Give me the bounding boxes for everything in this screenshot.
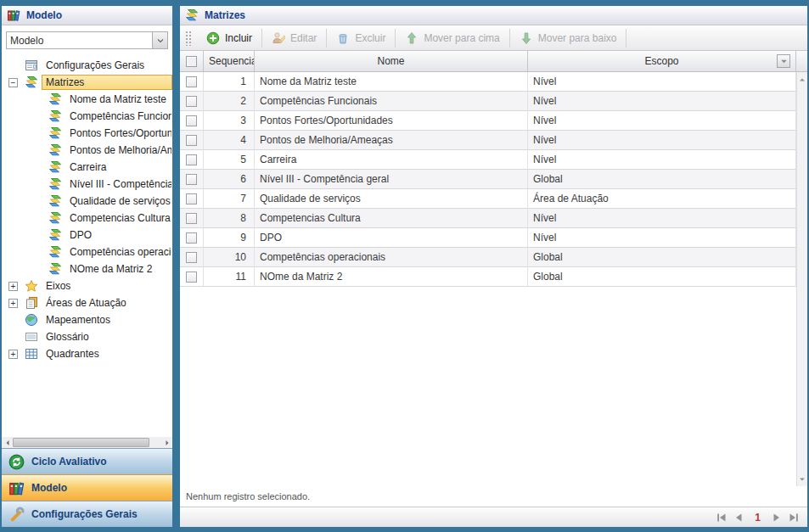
paging-toolbar: 1 [180, 507, 807, 527]
accordion-bar[interactable]: Ciclo Avaliativo [2, 448, 172, 474]
vertical-scrollbar[interactable] [796, 72, 807, 486]
toolbar-grip[interactable] [185, 31, 192, 46]
scroll-down-button[interactable] [797, 473, 807, 484]
table-row[interactable]: 8 Competencias Cultura Nível [180, 209, 796, 228]
expander-icon[interactable] [8, 299, 18, 308]
row-checkbox[interactable] [186, 252, 197, 263]
select-all-checkbox[interactable] [186, 56, 197, 67]
row-checkbox[interactable] [186, 115, 197, 126]
cell-escopo: Nível [528, 72, 796, 92]
toolbar-button[interactable]: Incluir [197, 29, 262, 48]
cycle-icon [8, 454, 25, 470]
tree-item[interactable]: Glossário [2, 328, 172, 345]
scroll-left-button[interactable] [2, 437, 13, 448]
scroll-up-button[interactable] [797, 74, 807, 85]
toolbar-button[interactable]: Excluir [327, 29, 396, 48]
layers-icon [25, 76, 38, 89]
column-header-nome[interactable]: Nome [255, 51, 528, 71]
cell-sequencia: 7 [204, 189, 255, 209]
row-checkbox-cell [180, 111, 204, 131]
cell-sequencia: 10 [204, 248, 255, 267]
chevron-down-icon [155, 36, 166, 46]
table-row[interactable]: 9 DPO Nível [180, 228, 796, 248]
triangle-left-icon [4, 440, 11, 446]
row-checkbox[interactable] [186, 232, 197, 244]
scrollbar-thumb[interactable] [13, 438, 149, 447]
toolbar-button[interactable]: Editar [262, 29, 327, 48]
row-checkbox[interactable] [186, 272, 197, 283]
model-select[interactable]: Modelo [6, 31, 168, 49]
column-header-escopo[interactable]: Escopo [528, 51, 796, 71]
triangle-up-icon [799, 76, 806, 83]
layers-icon [48, 194, 62, 208]
row-checkbox-cell [180, 131, 204, 150]
tree-item[interactable]: Mapeamentos [2, 311, 172, 328]
tree-item[interactable]: Carreira [2, 159, 172, 176]
row-checkbox[interactable] [186, 96, 197, 107]
table-row[interactable]: 4 Pontos de Melhoria/Ameaças Nível [180, 131, 796, 150]
tree-item[interactable]: Configurações Gerais [2, 57, 172, 74]
tree-item-label: Matrizes [42, 75, 172, 90]
scroll-right-button[interactable] [161, 437, 172, 448]
accordion-bar[interactable]: Configurações Gerais [2, 501, 172, 527]
table-row[interactable]: 10 Competências operacionais Global [180, 248, 796, 267]
page-number[interactable]: 1 [755, 512, 761, 524]
cell-escopo: Nível [528, 150, 796, 170]
expander-icon[interactable] [8, 282, 18, 291]
expander-icon[interactable] [8, 350, 18, 359]
tree-item[interactable]: DPO [2, 227, 172, 244]
sidebar-horizontal-scrollbar[interactable] [2, 437, 172, 448]
main-panel: Matrizes Incluir Editar Excluir Mover pa… [180, 6, 807, 527]
tree-item[interactable]: NOme da Matriz 2 [2, 260, 172, 277]
table-row[interactable]: 2 Competências Funcionais Nível [180, 92, 796, 111]
table-row[interactable]: 5 Carreira Nível [180, 150, 796, 170]
tree-item[interactable]: Eixos [2, 277, 172, 294]
cell-nome: Qualidade de serviços [255, 189, 528, 209]
row-checkbox-cell [180, 92, 204, 111]
status-bar: Nenhum registro selecionado. [180, 486, 807, 507]
row-checkbox-cell [180, 72, 204, 92]
table-row[interactable]: 1 Nome da Matriz teste Nível [180, 72, 796, 92]
row-checkbox[interactable] [186, 193, 197, 204]
toolbar-button[interactable]: Mover para cima [396, 29, 509, 48]
row-checkbox[interactable] [186, 76, 197, 87]
table-row[interactable]: 6 Nível III - Competência geral Global [180, 170, 796, 189]
tree-item[interactable]: Pontos Fortes/Oportunidades [2, 125, 172, 142]
row-checkbox[interactable] [186, 154, 197, 165]
row-checkbox[interactable] [186, 135, 197, 146]
cell-sequencia: 6 [204, 170, 255, 189]
pager-button[interactable] [770, 511, 784, 524]
row-checkbox-cell [180, 150, 204, 170]
toolbar-button[interactable]: Mover para baixo [510, 29, 627, 48]
table-row[interactable]: 3 Pontos Fortes/Oportunidades Nível [180, 111, 796, 131]
sidebar-panel: Modelo Modelo Configurações Gerais Matri… [2, 6, 172, 527]
tree-item[interactable]: Pontos de Melhoria/Ameaças [2, 142, 172, 159]
row-checkbox[interactable] [186, 174, 197, 185]
column-menu-button[interactable] [777, 54, 790, 68]
combo-dropdown-button[interactable] [152, 32, 167, 48]
tree-item[interactable]: Competências Funcionais [2, 108, 172, 125]
pager-button[interactable] [732, 511, 745, 524]
tree-item[interactable]: Matrizes [2, 74, 172, 91]
accordion-bar[interactable]: Modelo [2, 474, 172, 501]
cell-escopo: Área de Atuação [528, 189, 796, 209]
tree-item[interactable]: Nível III - Competência geral [2, 176, 172, 193]
pager-button[interactable] [715, 511, 728, 524]
tree-item[interactable]: Nome da Matriz teste [2, 91, 172, 108]
layers-icon [48, 92, 62, 106]
table-row[interactable]: 7 Qualidade de serviços Área de Atuação [180, 189, 796, 209]
tree-item[interactable]: Competencias Cultura [2, 210, 172, 227]
pager-last-icon [787, 511, 801, 524]
tree-item[interactable]: Áreas de Atuação [2, 294, 172, 311]
cell-escopo: Global [528, 170, 796, 189]
table-row[interactable]: 11 NOme da Matriz 2 Global [180, 267, 796, 287]
row-checkbox[interactable] [186, 213, 197, 224]
column-header-sequencia[interactable]: Sequencia [204, 51, 255, 71]
cell-sequencia: 3 [204, 111, 255, 131]
tree-item[interactable]: Quadrantes [2, 345, 172, 362]
tree-item[interactable]: Competências operacionais [2, 244, 172, 260]
pager-button[interactable] [787, 511, 801, 524]
row-checkbox-cell [180, 209, 204, 228]
expander-icon[interactable] [8, 78, 18, 87]
tree-item[interactable]: Qualidade de serviços [2, 193, 172, 210]
